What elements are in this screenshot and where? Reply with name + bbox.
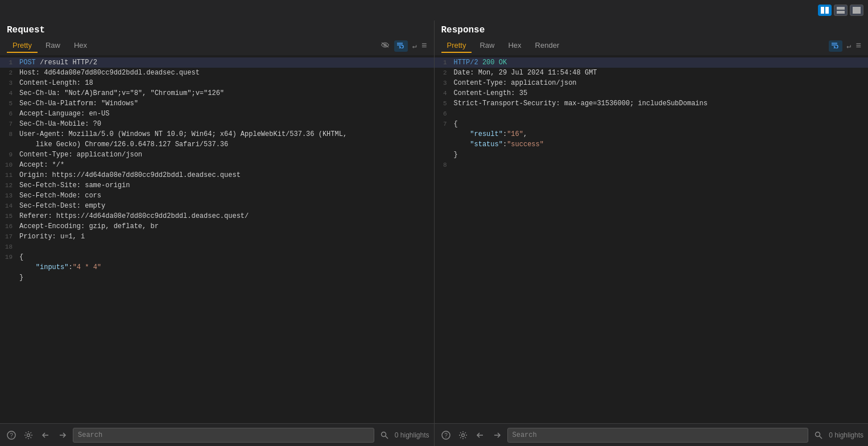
svg-point-9	[27, 433, 30, 436]
wrap-icon-res[interactable]	[829, 40, 842, 52]
request-header: Request Pretty Raw Hex ↵ ≡	[0, 20, 434, 55]
code-line: "result":"16",	[435, 129, 869, 139]
code-line: "inputs":"4 * 4"	[0, 262, 434, 272]
main-panels: Request Pretty Raw Hex ↵ ≡	[0, 20, 868, 446]
tab-hex-res[interactable]: Hex	[502, 39, 527, 53]
code-line: 19 {	[0, 252, 434, 262]
horizontal-split-btn[interactable]	[834, 5, 848, 16]
tab-raw-res[interactable]: Raw	[474, 39, 500, 53]
svg-text:?: ?	[444, 432, 448, 439]
tab-render-res[interactable]: Render	[530, 39, 565, 53]
code-line: 5 Sec-Ch-Ua-Platform: "Windows"	[0, 98, 434, 109]
code-line: }	[0, 272, 434, 283]
code-line: like Gecko) Chrome/126.0.6478.127 Safari…	[0, 139, 434, 150]
code-line: 3 Content-Type: application/json	[435, 78, 869, 88]
highlights-req: 0 highlights	[395, 431, 429, 439]
request-tab-icons: ↵ ≡	[381, 40, 427, 52]
svg-rect-2	[837, 7, 845, 10]
code-line: }	[435, 150, 869, 160]
code-line: 2 Host: 4d64da08e7dd80cc9dd2bddl.deadsec…	[0, 68, 434, 78]
code-line: 17 Priority: u=1, i	[0, 232, 434, 242]
code-line: 15 Referer: https://4d64da08e7dd80cc9dd2…	[0, 211, 434, 221]
code-line: "status":"success"	[435, 139, 869, 150]
help-icon-res[interactable]: ?	[439, 428, 453, 442]
response-code: 1 HTTP/2 200 OK 2 Date: Mon, 29 Jul 2024…	[435, 55, 869, 423]
code-line: 10 Accept: */*	[0, 160, 434, 170]
request-bottom-bar: ? 0 highlights	[0, 423, 434, 446]
forward-icon-res[interactable]	[490, 428, 504, 442]
search-input-req[interactable]	[73, 428, 374, 443]
svg-rect-0	[821, 7, 824, 14]
svg-rect-1	[825, 7, 829, 14]
code-line: 9 Content-Type: application/json	[0, 150, 434, 160]
code-line: 13 Sec-Fetch-Mode: cors	[0, 191, 434, 201]
code-line: 16 Accept-Encoding: gzip, deflate, br	[0, 221, 434, 232]
svg-rect-3	[837, 11, 845, 14]
forward-icon-req[interactable]	[56, 428, 69, 442]
response-header: Response Pretty Raw Hex Render ↵ ≡	[435, 20, 869, 55]
response-bottom-bar: ? 0 highlights	[435, 423, 869, 446]
svg-point-12	[381, 432, 386, 436]
code-line: 14 Sec-Fetch-Dest: empty	[0, 201, 434, 211]
tab-pretty-req[interactable]: Pretty	[7, 39, 38, 53]
code-line: 4 Sec-Ch-Ua: "Not/A)Brand";v="8", "Chrom…	[0, 88, 434, 98]
response-tab-icons: ↵ ≡	[829, 40, 861, 52]
code-line: 6 Accept-Language: en-US	[0, 109, 434, 119]
code-line: 1 HTTP/2 200 OK	[435, 57, 869, 68]
response-tabs: Pretty Raw Hex Render ↵ ≡	[441, 39, 862, 53]
code-line: 8 User-Agent: Mozilla/5.0 (Windows NT 10…	[0, 129, 434, 139]
code-line: 1 POST /result HTTP/2	[0, 57, 434, 68]
response-bottom-panel: ? 0 highlights	[435, 424, 869, 446]
response-panel: Response Pretty Raw Hex Render ↵ ≡ 1 HTT	[435, 20, 869, 446]
search-input-res[interactable]	[507, 428, 809, 443]
back-icon-req[interactable]	[39, 428, 52, 442]
svg-rect-4	[853, 7, 861, 14]
svg-point-19	[816, 432, 820, 436]
newline-icon-res[interactable]: ↵	[847, 42, 852, 51]
code-line: 18	[0, 242, 434, 252]
help-icon-req[interactable]: ?	[5, 428, 18, 442]
code-line: 6	[435, 109, 869, 119]
menu-icon-req[interactable]: ≡	[421, 41, 427, 51]
code-line: 7 {	[435, 119, 869, 129]
search-submit-req[interactable]	[378, 428, 391, 442]
split-view-btn[interactable]	[818, 5, 832, 16]
code-line: 5 Strict-Transport-Security: max-age=315…	[435, 98, 869, 109]
response-title: Response	[441, 25, 862, 35]
svg-line-20	[820, 436, 822, 439]
menu-icon-res[interactable]: ≡	[855, 41, 861, 51]
request-code: 1 POST /result HTTP/2 2 Host: 4d64da08e7…	[0, 55, 434, 423]
wrap-icon-req[interactable]	[394, 40, 408, 52]
svg-point-16	[461, 433, 464, 436]
highlights-res: 0 highlights	[829, 431, 863, 439]
code-line: 2 Date: Mon, 29 Jul 2024 11:54:48 GMT	[435, 68, 869, 78]
svg-line-13	[385, 436, 388, 439]
code-line: 12 Sec-Fetch-Site: same-origin	[0, 180, 434, 191]
request-bottom-panel: ? 0 highlights	[0, 424, 434, 446]
code-line: 8	[435, 160, 869, 170]
settings-icon-req[interactable]	[22, 428, 35, 442]
code-line: 11 Origin: https://4d64da08e7dd80cc9dd2b…	[0, 170, 434, 180]
code-line: 4 Content-Length: 35	[435, 88, 869, 98]
newline-icon-req[interactable]: ↵	[412, 42, 417, 51]
code-line: 7 Sec-Ch-Ua-Mobile: ?0	[0, 119, 434, 129]
eye-icon[interactable]	[381, 42, 390, 51]
search-submit-res[interactable]	[812, 428, 825, 442]
single-view-btn[interactable]	[850, 5, 863, 16]
settings-icon-res[interactable]	[456, 428, 470, 442]
svg-text:?: ?	[10, 432, 13, 439]
top-bar	[0, 0, 868, 20]
request-title: Request	[7, 25, 427, 35]
tab-raw-req[interactable]: Raw	[40, 39, 66, 53]
request-panel: Request Pretty Raw Hex ↵ ≡	[0, 20, 435, 446]
tab-pretty-res[interactable]: Pretty	[441, 39, 472, 53]
code-line: 3 Content-Length: 18	[0, 78, 434, 88]
request-tabs: Pretty Raw Hex ↵ ≡	[7, 39, 427, 53]
tab-hex-req[interactable]: Hex	[68, 39, 93, 53]
back-icon-res[interactable]	[473, 428, 487, 442]
